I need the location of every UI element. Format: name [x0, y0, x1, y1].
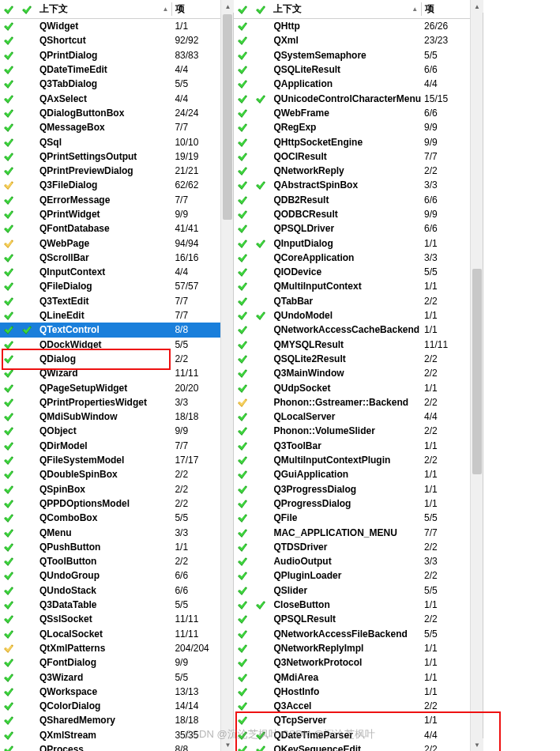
row-check2[interactable] — [17, 397, 36, 408]
table-row[interactable]: QHttpSocketEngine9/9 — [234, 134, 483, 149]
row-check1[interactable] — [234, 440, 251, 451]
table-row[interactable]: QNetworkReplyImpl1/1 — [234, 641, 483, 655]
table-row[interactable]: QDialog2/2 — [0, 352, 233, 366]
row-check1[interactable] — [0, 715, 17, 726]
row-check1[interactable] — [234, 296, 251, 307]
row-check2[interactable] — [17, 643, 36, 654]
row-check1[interactable] — [0, 542, 17, 553]
row-check2[interactable] — [251, 266, 270, 277]
table-row[interactable]: QXml23/23 — [234, 33, 483, 47]
table-row[interactable]: QTDSDriver2/2 — [234, 540, 483, 554]
row-check1[interactable] — [0, 281, 17, 292]
scroll-up-icon[interactable]: ▲ — [221, 0, 234, 13]
table-row[interactable]: QDateTimeEdit4/4 — [0, 62, 233, 77]
table-row[interactable]: QMdiArea1/1 — [234, 670, 483, 684]
row-check2[interactable] — [251, 179, 270, 191]
row-check2[interactable] — [17, 599, 36, 610]
table-row[interactable]: QDB2Result6/6 — [234, 193, 483, 207]
row-check2[interactable] — [251, 643, 270, 654]
table-row[interactable]: QPPDOptionsModel2/2 — [0, 496, 233, 511]
table-row[interactable]: MAC_APPLICATION_MENU7/7 — [234, 525, 483, 539]
row-check2[interactable] — [17, 512, 36, 523]
row-check1[interactable] — [234, 527, 251, 538]
row-check2[interactable] — [17, 686, 36, 697]
row-check2[interactable] — [251, 585, 270, 596]
row-check2[interactable] — [251, 223, 270, 234]
row-check2[interactable] — [17, 715, 36, 726]
row-check1[interactable] — [234, 498, 251, 509]
row-check1[interactable] — [0, 397, 17, 408]
row-check1[interactable] — [0, 383, 17, 394]
table-row[interactable]: QUnicodeControlCharacterMenu15/15 — [234, 91, 483, 105]
table-row[interactable]: QUdpSocket1/1 — [234, 380, 483, 394]
row-check2[interactable] — [251, 556, 270, 567]
row-check2[interactable] — [17, 238, 36, 249]
table-row[interactable]: QTcpServer1/1 — [234, 713, 483, 727]
row-check1[interactable] — [234, 209, 251, 220]
row-check1[interactable] — [0, 339, 17, 350]
row-check1[interactable] — [0, 411, 17, 422]
row-check1[interactable] — [0, 122, 17, 133]
row-check1[interactable] — [234, 585, 251, 596]
row-check1[interactable] — [0, 137, 17, 148]
table-row[interactable]: QDockWidget5/5 — [0, 338, 233, 352]
row-check1[interactable] — [234, 339, 251, 350]
row-check1[interactable] — [234, 78, 251, 89]
row-check2[interactable] — [17, 353, 36, 364]
row-check2[interactable] — [251, 296, 270, 307]
table-row[interactable]: QToolButton2/2 — [0, 554, 233, 568]
table-row[interactable]: Q3ToolBar1/1 — [234, 439, 483, 453]
table-row[interactable]: QMultiInputContext1/1 — [234, 279, 483, 293]
row-check2[interactable] — [251, 165, 270, 176]
row-check1[interactable] — [0, 209, 17, 220]
row-check2[interactable] — [251, 137, 270, 148]
row-check2[interactable] — [251, 715, 270, 726]
row-check2[interactable] — [251, 657, 270, 668]
scroll-thumb[interactable] — [223, 14, 232, 220]
row-check2[interactable] — [251, 455, 270, 466]
table-row[interactable]: QFileDialog57/57 — [0, 279, 233, 293]
row-check1[interactable] — [234, 50, 251, 61]
row-check2[interactable] — [17, 137, 36, 148]
table-row[interactable]: QPageSetupWidget20/20 — [0, 380, 233, 394]
row-check1[interactable] — [234, 223, 251, 234]
table-row[interactable]: QWebPage94/94 — [0, 236, 233, 250]
row-check1[interactable] — [234, 715, 251, 726]
row-check1[interactable] — [0, 744, 17, 751]
row-check2[interactable] — [251, 599, 270, 610]
table-row[interactable]: QColorDialog14/14 — [0, 699, 233, 713]
header-check2[interactable] — [251, 4, 270, 15]
table-row[interactable]: QDialogButtonBox24/24 — [0, 106, 233, 120]
row-check1[interactable] — [0, 324, 17, 335]
right-body[interactable]: QHttp26/26QXml23/23QSystemSemaphore5/5QS… — [234, 19, 483, 751]
row-check1[interactable] — [234, 194, 251, 206]
table-row[interactable]: QUndoModel1/1 — [234, 308, 483, 323]
row-check1[interactable] — [0, 108, 17, 119]
header-check1[interactable] — [0, 4, 17, 15]
row-check1[interactable] — [234, 730, 251, 741]
row-check2[interactable] — [251, 570, 270, 581]
table-row[interactable]: QLineEdit7/7 — [0, 308, 233, 323]
table-row[interactable]: QHttp26/26 — [234, 19, 483, 33]
table-row[interactable]: QLocalSocket11/11 — [0, 626, 233, 640]
row-check2[interactable] — [17, 657, 36, 668]
table-row[interactable]: QSslSocket11/11 — [0, 612, 233, 626]
row-check2[interactable] — [251, 411, 270, 422]
table-row[interactable]: QProgressDialog1/1 — [234, 496, 483, 511]
row-check1[interactable] — [234, 21, 251, 32]
table-row[interactable]: QNetworkAccessCacheBackend1/1 — [234, 323, 483, 337]
row-check1[interactable] — [234, 672, 251, 683]
row-check2[interactable] — [17, 64, 36, 75]
table-row[interactable]: QTabBar2/2 — [234, 294, 483, 308]
row-check1[interactable] — [234, 455, 251, 466]
row-check1[interactable] — [234, 686, 251, 697]
table-row[interactable]: QMYSQLResult11/11 — [234, 338, 483, 352]
table-row[interactable]: QGuiApplication1/1 — [234, 467, 483, 481]
row-check1[interactable] — [234, 411, 251, 422]
table-row[interactable]: QSQLiteResult6/6 — [234, 62, 483, 77]
table-row[interactable]: QRegExp9/9 — [234, 120, 483, 134]
row-check2[interactable] — [17, 324, 36, 335]
row-check1[interactable] — [0, 628, 17, 640]
row-check1[interactable] — [0, 296, 17, 307]
row-check2[interactable] — [17, 209, 36, 220]
